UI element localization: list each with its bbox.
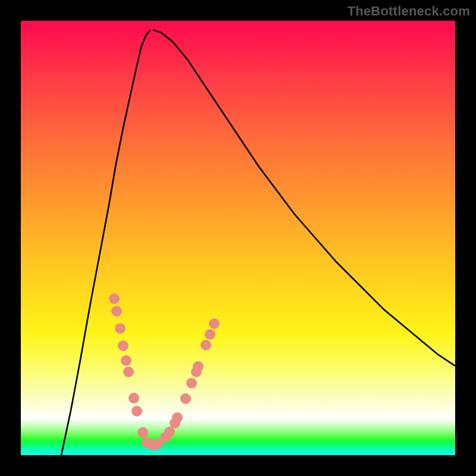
- data-marker: [180, 393, 191, 404]
- data-marker: [172, 412, 183, 423]
- chart-frame: TheBottleneck.com: [0, 0, 476, 476]
- data-marker: [164, 427, 175, 437]
- data-marker: [111, 306, 122, 317]
- watermark-text: TheBottleneck.com: [347, 4, 470, 19]
- data-marker: [121, 355, 131, 366]
- data-marker: [137, 427, 148, 438]
- curve-left-branch: [61, 30, 151, 455]
- bottleneck-curve: [21, 21, 455, 455]
- data-marker: [209, 318, 220, 329]
- curve-right-branch: [153, 30, 455, 366]
- data-marker: [118, 340, 129, 351]
- data-marker: [109, 293, 120, 304]
- data-marker: [201, 340, 211, 350]
- data-marker: [186, 378, 197, 389]
- data-marker: [123, 367, 134, 377]
- data-markers: [109, 293, 220, 450]
- data-marker: [115, 323, 126, 334]
- data-marker: [152, 439, 163, 449]
- data-marker: [205, 329, 215, 340]
- plot-area: [21, 21, 455, 455]
- data-marker: [131, 406, 142, 416]
- data-marker: [129, 393, 139, 403]
- data-marker: [193, 361, 203, 372]
